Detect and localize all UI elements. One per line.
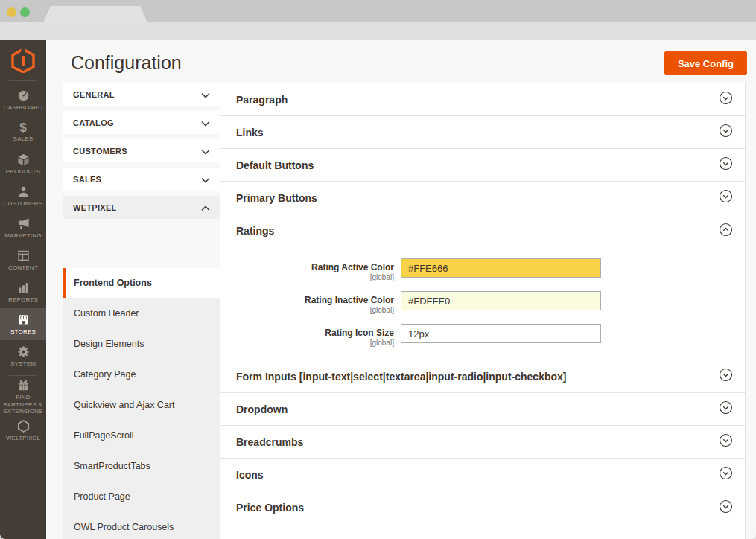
dollar-icon: $ <box>19 121 27 134</box>
subnav-smartproducttabs[interactable]: SmartProductTabs <box>63 450 220 481</box>
accordion-icons[interactable]: Icons <box>220 459 745 491</box>
config-nav-section-general[interactable]: GENERAL <box>63 83 220 106</box>
sidebar-menu: DASHBOARD $ SALES PRODUCTS CUSTOM <box>0 84 46 447</box>
sidebar-item-content[interactable]: CONTENT <box>0 244 46 276</box>
sidebar-item-dashboard[interactable]: DASHBOARD <box>0 84 46 116</box>
sidebar-item-marketing[interactable]: MARKETING <box>0 212 46 244</box>
gear-icon <box>16 345 31 359</box>
chevron-down-circle-icon[interactable] <box>719 156 733 173</box>
sidebar-item-label: DASHBOARD <box>4 104 42 112</box>
admin-window: DASHBOARD $ SALES PRODUCTS CUSTOM <box>0 40 756 539</box>
config-nav-section-customers[interactable]: CUSTOMERS <box>63 139 220 162</box>
window-minimize-dot[interactable] <box>7 7 16 17</box>
field-rating-inactive-color: Rating Inactive Color [global] <box>220 291 745 314</box>
accordion-default-buttons[interactable]: Default Buttons <box>220 149 745 182</box>
screen: DASHBOARD $ SALES PRODUCTS CUSTOM <box>0 0 756 539</box>
layout-icon <box>16 249 31 263</box>
rating-active-color-input[interactable] <box>401 258 601 278</box>
config-content: Paragraph Links Default Buttons Primary … <box>220 83 746 539</box>
subnav-custom-header[interactable]: Custom Header <box>63 298 220 328</box>
field-label: Rating Active Color <box>220 262 394 272</box>
sidebar-item-label: MARKETING <box>4 232 41 240</box>
chevron-down-circle-icon[interactable] <box>719 433 733 450</box>
sidebar-item-label: CUSTOMERS <box>4 200 43 208</box>
chevron-down-circle-icon[interactable] <box>719 368 733 385</box>
sidebar-item-find-partners[interactable]: FIND PARTNERS & EXTENSIONS <box>0 379 46 415</box>
sidebar-item-system[interactable]: SYSTEM <box>0 340 46 372</box>
browser-titlebar <box>0 0 756 22</box>
sidebar-item-label: PRODUCTS <box>6 168 41 176</box>
accordion-price-options[interactable]: Price Options <box>220 491 745 524</box>
sidebar-divider <box>9 80 37 81</box>
admin-sidebar: DASHBOARD $ SALES PRODUCTS CUSTOM <box>0 40 46 539</box>
sidebar-item-label: STORES <box>10 328 36 336</box>
sidebar-item-label: WELTPIXEL <box>6 435 40 442</box>
sidebar-item-weltpixel[interactable]: WELTPIXEL <box>0 415 46 447</box>
field-scope: [global] <box>220 339 394 347</box>
sidebar-item-reports[interactable]: REPORTS <box>0 276 46 308</box>
magento-logo[interactable] <box>0 40 46 74</box>
sidebar-item-label: SYSTEM <box>10 360 36 368</box>
field-label: Rating Inactive Color <box>220 295 394 305</box>
accordion-primary-buttons[interactable]: Primary Buttons <box>220 182 745 214</box>
chevron-down-icon <box>201 144 210 158</box>
chevron-up-circle-icon[interactable] <box>719 223 733 240</box>
accordion-ratings[interactable]: Ratings <box>220 214 745 247</box>
bar-chart-icon <box>16 281 31 295</box>
accordion-paragraph[interactable]: Paragraph <box>220 83 745 116</box>
config-nav-section-catalog[interactable]: CATALOG <box>63 111 220 134</box>
sidebar-item-label: FIND PARTNERS & EXTENSIONS <box>1 394 45 415</box>
field-rating-icon-size: Rating Icon Size [global] <box>220 324 745 347</box>
rating-inactive-color-input[interactable] <box>401 291 601 310</box>
magento-logo-icon <box>11 48 35 73</box>
chevron-down-icon <box>201 116 210 130</box>
config-nav: GENERAL CATALOG CUSTOMERS SALES WETPIXEL… <box>63 83 220 539</box>
storefront-icon <box>16 313 31 327</box>
chevron-down-icon <box>201 173 210 186</box>
subnav-owl-product-carousels[interactable]: OWL Product Carousels <box>63 511 220 539</box>
subnav-design-elements[interactable]: Design Elements <box>63 328 220 359</box>
dashboard-icon <box>16 89 31 103</box>
accordion-breadcrumbs[interactable]: Breadcrumbs <box>220 426 745 459</box>
ratings-fields: Rating Active Color [global] Rating Inac… <box>220 247 745 360</box>
subnav-category-page[interactable]: Category Page <box>63 359 220 389</box>
config-nav-section-wetpixel[interactable]: WETPIXEL <box>63 196 220 219</box>
chevron-down-icon <box>201 88 210 101</box>
sidebar-item-stores[interactable]: STORES <box>0 308 46 340</box>
window-zoom-dot[interactable] <box>20 7 30 17</box>
rating-icon-size-input[interactable] <box>401 324 601 343</box>
field-scope: [global] <box>220 273 394 281</box>
subnav-product-page[interactable]: Product Page <box>63 481 220 511</box>
subnav-quickview-ajax-cart[interactable]: Quickview and Ajax Cart <box>63 389 220 420</box>
page-title: Configuration <box>71 52 182 74</box>
chevron-down-circle-icon[interactable] <box>719 189 733 206</box>
sidebar-item-label: REPORTS <box>8 296 38 304</box>
field-label: Rating Icon Size <box>220 328 394 338</box>
chevron-up-icon <box>201 201 210 214</box>
sidebar-item-customers[interactable]: CUSTOMERS <box>0 180 46 212</box>
hexagon-icon <box>16 419 31 433</box>
field-rating-active-color: Rating Active Color [global] <box>220 258 745 281</box>
chevron-down-circle-icon[interactable] <box>719 91 733 108</box>
box-icon <box>16 153 31 167</box>
save-config-button[interactable]: Save Config <box>664 51 747 75</box>
subnav-frontend-options[interactable]: Frontend Options <box>63 268 220 298</box>
sidebar-item-label: CONTENT <box>8 264 38 272</box>
chevron-down-circle-icon[interactable] <box>719 401 733 418</box>
megaphone-icon <box>16 217 31 231</box>
chevron-down-circle-icon[interactable] <box>719 466 733 483</box>
accordion-form-inputs[interactable]: Form Inputs [input-text|select|textarea|… <box>220 360 745 393</box>
config-nav-section-sales[interactable]: SALES <box>63 168 220 191</box>
chevron-down-circle-icon[interactable] <box>719 500 733 517</box>
field-scope: [global] <box>220 306 394 314</box>
wetpixel-subnav: Frontend Options Custom Header Design El… <box>63 268 220 539</box>
accordion-dropdown[interactable]: Dropdown <box>220 393 745 426</box>
chevron-down-circle-icon[interactable] <box>719 124 733 141</box>
browser-tab[interactable] <box>43 6 147 22</box>
subnav-fullpagescroll[interactable]: FullPageScroll <box>63 420 220 450</box>
sidebar-item-products[interactable]: PRODUCTS <box>0 148 46 180</box>
browser-toolbar <box>0 22 756 40</box>
accordion-links[interactable]: Links <box>220 116 745 149</box>
sidebar-item-sales[interactable]: $ SALES <box>0 116 46 148</box>
sidebar-item-label: SALES <box>13 135 34 143</box>
